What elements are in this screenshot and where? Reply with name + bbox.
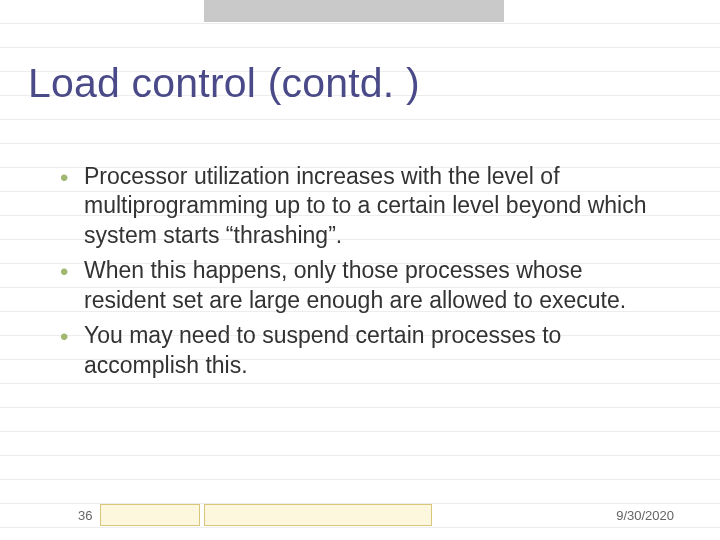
footer-decor-bar-left (100, 504, 200, 526)
bullet-text: Processor utilization increases with the… (84, 162, 670, 250)
bullet-item: • Processor utilization increases with t… (60, 162, 670, 250)
footer-decor-bar-right (204, 504, 432, 526)
footer-date: 9/30/2020 (616, 508, 674, 523)
slide-title: Load control (contd. ) (28, 60, 420, 107)
slide-body: • Processor utilization increases with t… (60, 162, 670, 386)
footer-decor-bars (100, 504, 440, 526)
bullet-dot-icon: • (60, 321, 84, 353)
page-number: 36 (78, 508, 92, 523)
top-decor-bar (204, 0, 504, 22)
bullet-dot-icon: • (60, 256, 84, 288)
bullet-dot-icon: • (60, 162, 84, 194)
bullet-item: • You may need to suspend certain proces… (60, 321, 670, 380)
slide-footer: 36 9/30/2020 (0, 502, 720, 526)
bullet-text: When this happens, only those processes … (84, 256, 670, 315)
bullet-item: • When this happens, only those processe… (60, 256, 670, 315)
bullet-text: You may need to suspend certain processe… (84, 321, 670, 380)
